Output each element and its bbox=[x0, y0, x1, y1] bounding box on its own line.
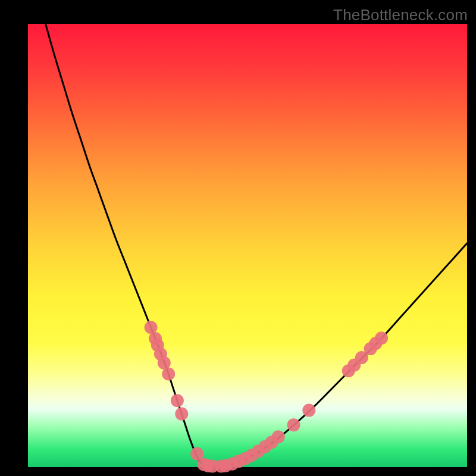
watermark-text: TheBottleneck.com bbox=[333, 6, 468, 24]
chart-svg bbox=[28, 24, 467, 467]
data-marker bbox=[145, 321, 158, 334]
data-marker bbox=[272, 430, 285, 443]
bottleneck-curve bbox=[46, 24, 468, 466]
data-marker bbox=[302, 404, 315, 417]
data-marker bbox=[171, 394, 184, 407]
plot-area bbox=[28, 24, 467, 467]
data-marker bbox=[175, 408, 188, 421]
chart-frame: TheBottleneck.com bbox=[0, 0, 476, 476]
data-marker bbox=[287, 418, 300, 431]
data-marker bbox=[375, 331, 388, 345]
data-marker bbox=[162, 368, 175, 381]
data-markers bbox=[145, 321, 388, 472]
